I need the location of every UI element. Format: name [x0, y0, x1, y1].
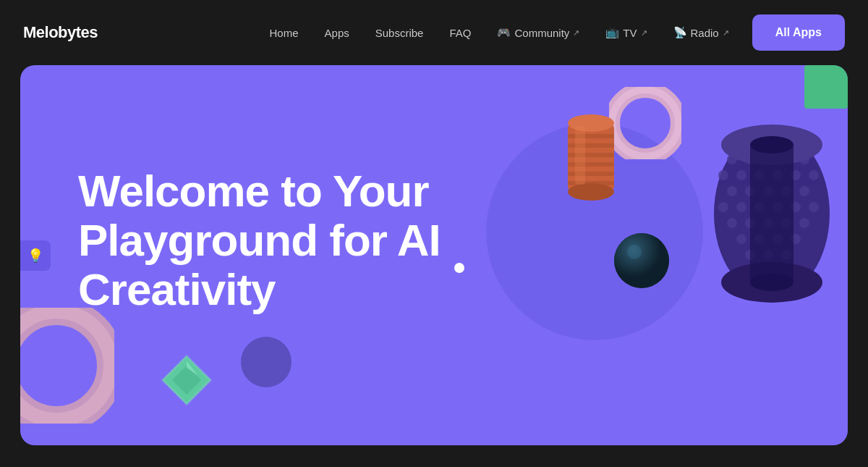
purple-roller-shape — [710, 123, 833, 304]
svg-rect-11 — [568, 134, 614, 138]
green-corner-shape — [804, 65, 848, 109]
svg-point-9 — [568, 114, 614, 132]
svg-rect-62 — [804, 65, 848, 109]
svg-point-43 — [809, 202, 819, 212]
hero-title: Welcome to Your Playground for AI Creati… — [78, 167, 441, 315]
nav-tv[interactable]: 📺 TV ↗ — [605, 26, 647, 39]
svg-point-48 — [799, 218, 809, 228]
radio-icon: 📡 — [673, 26, 687, 39]
pink-torus-top-right-shape — [609, 87, 681, 159]
svg-rect-17 — [575, 127, 585, 185]
svg-point-33 — [727, 186, 737, 196]
lightbulb-icon: 💡 — [27, 248, 43, 264]
svg-point-20 — [627, 245, 642, 259]
nav-community[interactable]: 🎮 Community ↗ — [497, 26, 579, 39]
site-logo[interactable]: Melobytes — [23, 23, 98, 42]
nav-home[interactable]: Home — [270, 27, 299, 39]
svg-point-44 — [727, 218, 737, 228]
svg-rect-16 — [568, 181, 614, 185]
svg-point-37 — [799, 186, 809, 196]
tv-icon: 📺 — [605, 26, 619, 39]
svg-point-38 — [718, 202, 728, 212]
nav-links: Home Apps Subscribe FAQ 🎮 Community ↗ 📺 … — [270, 26, 729, 39]
svg-rect-13 — [568, 153, 614, 157]
blue-circle-shape — [241, 337, 292, 387]
white-dot-decoration — [454, 263, 464, 273]
external-link-icon: ↗ — [723, 28, 729, 38]
svg-point-10 — [568, 183, 614, 201]
green-diamond-shape — [161, 355, 212, 405]
svg-point-49 — [736, 234, 746, 244]
svg-rect-12 — [568, 143, 614, 148]
lightbulb-button[interactable]: 💡 — [20, 240, 51, 271]
dark-teal-ball-shape — [613, 232, 671, 290]
svg-rect-15 — [568, 172, 614, 176]
svg-point-19 — [614, 233, 669, 288]
svg-point-39 — [736, 202, 746, 212]
nav-radio[interactable]: 📡 Radio ↗ — [673, 26, 729, 39]
nav-faq[interactable]: FAQ — [449, 27, 471, 39]
svg-rect-14 — [568, 162, 614, 167]
external-link-icon: ↗ — [573, 28, 579, 38]
hero-section: 💡 Welcome to Your Playground for AI Crea… — [20, 65, 848, 445]
svg-rect-60 — [750, 145, 793, 282]
svg-point-7 — [612, 90, 678, 156]
nav-apps[interactable]: Apps — [325, 27, 349, 39]
pink-torus-shape — [20, 308, 114, 424]
navbar: Melobytes Home Apps Subscribe FAQ 🎮 Comm… — [0, 0, 868, 65]
external-link-icon: ↗ — [641, 28, 647, 38]
community-icon: 🎮 — [497, 26, 511, 39]
svg-point-27 — [718, 170, 728, 180]
nav-subscribe[interactable]: Subscribe — [375, 27, 424, 39]
orange-cylinder-shape — [562, 109, 620, 203]
svg-point-28 — [736, 170, 746, 180]
all-apps-button[interactable]: All Apps — [752, 14, 845, 51]
svg-point-32 — [809, 170, 819, 180]
